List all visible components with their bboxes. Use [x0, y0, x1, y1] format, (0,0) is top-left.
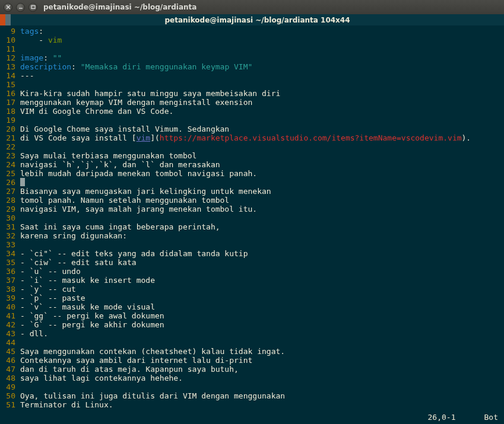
code-line: 40 - `v` -- masuk ke mode visual	[1, 302, 502, 311]
code-line: 11	[1, 44, 502, 53]
code-line: 9 tags:	[1, 27, 502, 36]
code-line: 29 navigasi VIM, saya malah jarang menek…	[1, 205, 502, 213]
code-line: 25 lebih mudah daripada menekan tombol n…	[1, 169, 502, 178]
code-line: 46 Contekannya saya ambil dari internet …	[1, 356, 502, 365]
code-line: 31 Saat ini saya cuma ingat beberapa per…	[1, 222, 502, 231]
code-line: 28 tomol panah. Namun setelah menggunaka…	[1, 196, 502, 205]
cursor-icon	[20, 178, 25, 186]
code-line: 47 dan di taruh di atas meja. Kapanpun s…	[1, 365, 502, 374]
code-line: 12 image: ""	[1, 53, 502, 62]
code-line: 43 - dll.	[1, 329, 502, 338]
code-line: 23 Saya mulai terbiasa menggunakan tombo…	[1, 151, 502, 160]
code-line: 27 Biasanya saya menugaskan jari kelingk…	[1, 187, 502, 196]
code-line: 10 - vim	[1, 36, 502, 44]
minimize-icon[interactable]	[16, 3, 25, 12]
code-line: 22	[1, 142, 502, 151]
code-line: 30	[1, 213, 502, 222]
scroll-indicator: Bot	[484, 413, 498, 422]
vim-link[interactable]: vim	[137, 133, 150, 142]
code-line: 39 - `p` -- paste	[1, 294, 502, 302]
svg-rect-0	[31, 6, 35, 9]
window-title: petanikode@imajinasi ~/blog/ardianta	[43, 3, 196, 11]
code-line: 35 - `ciw` -- edit satu kata	[1, 258, 502, 267]
code-line: 51 Terminator di Linux.	[1, 400, 502, 409]
code-line: 17 menggunakan keymap VIM dengan mengins…	[1, 98, 502, 107]
code-line: 42 - `G` -- pergi ke akhir dokumen	[1, 320, 502, 329]
code-line: 34 - `ci"` -- edit teks yang ada didalam…	[1, 249, 502, 258]
code-line: 26	[1, 178, 502, 187]
code-line: 38 - `y` -- cut	[1, 285, 502, 294]
code-line: 19	[1, 116, 502, 125]
vim-status-line: 26,0-1 Bot	[428, 413, 498, 422]
terminal-window: petanikode@imajinasi ~/blog/ardianta pet…	[0, 0, 504, 424]
code-line: 48 saya lihat lagi contekannya hehehe.	[1, 374, 502, 382]
code-line: 32 karena sring digunakan:	[1, 231, 502, 240]
editor-viewport[interactable]: 9 tags: 10 - vim 11 12 image: "" 13 desc…	[0, 25, 504, 424]
close-icon[interactable]	[4, 3, 12, 12]
code-line: 44	[1, 338, 502, 347]
code-line: 49	[1, 382, 502, 391]
code-line: 33	[1, 240, 502, 249]
code-line: 21 di VS Code saya install [vim](https:/…	[1, 133, 502, 142]
code-line: 14 ---	[1, 71, 502, 80]
code-line: 18 VIM di Google Chrome dan VS Code.	[1, 107, 502, 116]
code-line: 13 description: "Memaksa diri menggunaka…	[1, 62, 502, 71]
code-line: 15	[1, 80, 502, 89]
code-line: 45 Saya menggunakan contekan (cheatsheet…	[1, 347, 502, 356]
tab-label[interactable]: petanikode@imajinasi ~/blog/ardianta 104…	[11, 14, 504, 25]
code-line: 36 - `u` -- undo	[1, 267, 502, 276]
maximize-icon[interactable]	[28, 3, 37, 12]
vim-url[interactable]: https://marketplace.visualstudio.com/ite…	[160, 133, 462, 142]
code-line: 20 Di Google Chome saya install Vimum. S…	[1, 125, 502, 133]
window-titlebar[interactable]: petanikode@imajinasi ~/blog/ardianta	[0, 0, 504, 14]
tab-strip: petanikode@imajinasi ~/blog/ardianta 104…	[0, 14, 504, 25]
code-line: 24 navigasi `h`,`j`,`k`, dan `l` dan mer…	[1, 160, 502, 169]
cursor-position: 26,0-1	[428, 413, 456, 422]
code-line: 37 - `i` -- masuk ke insert mode	[1, 276, 502, 285]
tab-indicator-icon[interactable]	[0, 14, 11, 25]
code-line: 41 - `gg` -- pergi ke awal dokumen	[1, 311, 502, 320]
code-line: 50 Oya, tulisan ini juga ditulis dari VI…	[1, 391, 502, 400]
code-line: 16 Kira-kira sudah hampir satu minggu sa…	[1, 89, 502, 98]
